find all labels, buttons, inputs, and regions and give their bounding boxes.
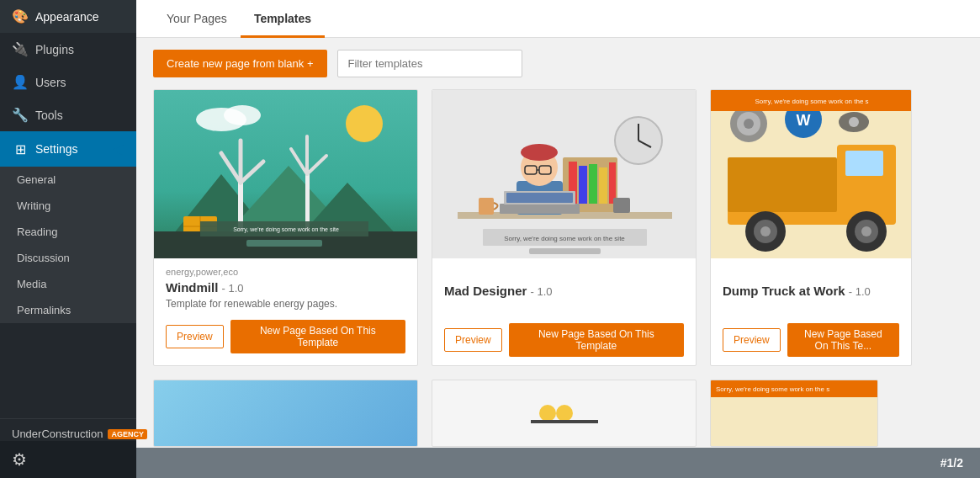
svg-rect-31: [599, 167, 607, 204]
mad-designer-preview: Sorry, we're doing some work on the site: [432, 90, 696, 258]
svg-point-57: [861, 226, 871, 236]
submenu-discussion[interactable]: Discussion: [0, 245, 136, 271]
dump-truck-title: Dump Truck at Work - 1.0: [723, 284, 899, 298]
templates-grid: Sorry, we're doing some work on the site…: [136, 89, 980, 478]
mad-designer-desc: [444, 301, 684, 313]
plugins-icon: 🔌: [12, 41, 29, 57]
reading-label: Reading: [17, 226, 57, 238]
pagination-label: #1/2: [940, 456, 963, 470]
svg-text:Sorry, we're doing some work o: Sorry, we're doing some work on the s: [755, 98, 868, 105]
bottom-card-2: [432, 380, 697, 447]
svg-rect-19: [246, 240, 322, 247]
dump-truck-preview-button[interactable]: Preview: [723, 328, 781, 352]
main-content: Your Pages Templates Create new page fro…: [136, 0, 980, 478]
dump-truck-actions: Preview New Page Based On This Te...: [723, 323, 899, 357]
sidebar-item-users[interactable]: 👤 Users: [0, 66, 136, 98]
svg-text:W: W: [797, 112, 811, 129]
svg-point-68: [556, 405, 573, 422]
gear-icon[interactable]: ⚙: [12, 449, 27, 470]
svg-point-35: [521, 144, 558, 161]
bottom-card-3: Sorry, we're doing some work on the s: [710, 380, 878, 447]
tab-your-pages[interactable]: Your Pages: [153, 2, 241, 38]
bottom-cards-row: Sorry, we're doing some work on the s: [153, 380, 963, 447]
svg-rect-50: [845, 151, 883, 176]
sidebar-item-settings[interactable]: ⊞ Settings ◀: [0, 131, 136, 167]
windmill-actions: Preview New Page Based On This Template: [166, 320, 405, 353]
windmill-desc: Template for renewable energy pages.: [166, 298, 405, 310]
mad-designer-svg: Sorry, we're doing some work on the site: [432, 90, 696, 258]
users-icon: 👤: [12, 74, 29, 90]
appearance-icon: 🎨: [12, 8, 29, 24]
sidebar-item-label: Plugins: [35, 43, 74, 56]
svg-rect-42: [479, 198, 494, 215]
svg-rect-29: [579, 166, 587, 204]
windmill-svg: Sorry, we're doing some work on the site: [154, 90, 417, 258]
tools-icon: 🔧: [12, 107, 29, 123]
windmill-preview: Sorry, we're doing some work on the site: [154, 90, 417, 258]
mad-designer-preview-button[interactable]: Preview: [444, 328, 502, 352]
settings-icon: ⊞: [12, 141, 29, 157]
settings-arrow-icon: ◀: [113, 140, 124, 158]
svg-point-6: [224, 105, 261, 125]
svg-rect-41: [506, 193, 573, 203]
dump-truck-card-body: Dump Truck at Work - 1.0 Preview New Pag…: [711, 258, 911, 365]
svg-point-60: [744, 119, 754, 129]
svg-point-64: [849, 117, 859, 127]
pagination-bar: #1/2: [136, 448, 980, 478]
mad-designer-actions: Preview New Page Based On This Template: [444, 323, 684, 357]
submenu-media[interactable]: Media: [0, 271, 136, 297]
under-construction-label: UnderConstruction: [12, 428, 103, 440]
sidebar-item-label: Settings: [35, 142, 78, 156]
svg-text:Sorry, we're doing some work o: Sorry, we're doing some work on the site: [504, 235, 625, 242]
svg-text:Sorry, we're doing some work o: Sorry, we're doing some work on the site: [233, 226, 339, 233]
sidebar-item-tools[interactable]: 🔧 Tools: [0, 98, 136, 131]
construction-partial-svg: [531, 392, 598, 434]
template-card-windmill: Sorry, we're doing some work on the site…: [153, 89, 418, 366]
windmill-tags: energy,power,eco: [166, 267, 405, 277]
svg-point-67: [539, 405, 556, 422]
create-page-button[interactable]: Create new page from blank +: [153, 50, 327, 77]
submenu-permalinks[interactable]: Permalinks: [0, 297, 136, 323]
tab-templates[interactable]: Templates: [241, 2, 325, 38]
template-card-mad-designer: Sorry, we're doing some work on the site…: [432, 89, 697, 366]
sidebar-item-label: Appearance: [35, 10, 99, 24]
sidebar-item-appearance[interactable]: 🎨 Appearance: [0, 0, 136, 33]
svg-rect-43: [613, 198, 630, 213]
svg-rect-30: [589, 164, 597, 204]
toolbar: Create new page from blank +: [136, 38, 980, 89]
mad-designer-use-template-button[interactable]: New Page Based On This Template: [509, 323, 684, 357]
svg-point-54: [760, 226, 771, 236]
submenu-writing[interactable]: Writing: [0, 193, 136, 219]
mad-designer-title: Mad Designer - 1.0: [444, 284, 684, 298]
svg-rect-39: [500, 204, 580, 214]
filter-templates-input[interactable]: [337, 50, 522, 77]
windmill-card-body: energy,power,eco Windmill - 1.0 Template…: [154, 258, 417, 362]
sidebar-item-label: Tools: [35, 109, 63, 122]
svg-rect-51: [728, 157, 837, 212]
submenu-reading[interactable]: Reading: [0, 219, 136, 245]
mad-designer-card-body: Mad Designer - 1.0 Preview New Page Base…: [432, 258, 696, 365]
dump-truck-use-template-button[interactable]: New Page Based On This Te...: [787, 323, 899, 357]
windmill-title: Windmill - 1.0: [166, 280, 405, 295]
dump-truck-svg: W Sorry, we're doing some work on the s: [711, 90, 911, 258]
sidebar-item-label: Users: [35, 76, 66, 89]
permalinks-label: Permalinks: [17, 304, 71, 316]
svg-rect-32: [609, 162, 616, 204]
dump-truck-desc: [723, 301, 899, 313]
settings-gear-bar: ⚙: [0, 441, 136, 478]
template-card-dump-truck: W Sorry, we're doing some work on the s …: [710, 89, 912, 366]
settings-submenu: General Writing Reading Discussion Media…: [0, 167, 136, 323]
discussion-label: Discussion: [17, 252, 70, 264]
submenu-general[interactable]: General: [0, 167, 136, 193]
bottom-card-1: [153, 380, 418, 447]
tabs-bar: Your Pages Templates: [136, 0, 980, 38]
media-label: Media: [17, 278, 46, 290]
svg-rect-46: [529, 248, 601, 254]
windmill-use-template-button[interactable]: New Page Based On This Template: [230, 320, 405, 353]
mad-designer-tags: [444, 267, 684, 280]
general-label: General: [17, 173, 56, 186]
sidebar-item-plugins[interactable]: 🔌 Plugins: [0, 33, 136, 66]
writing-label: Writing: [17, 199, 50, 212]
windmill-preview-button[interactable]: Preview: [166, 325, 224, 348]
dump-truck-tags: [723, 267, 899, 280]
